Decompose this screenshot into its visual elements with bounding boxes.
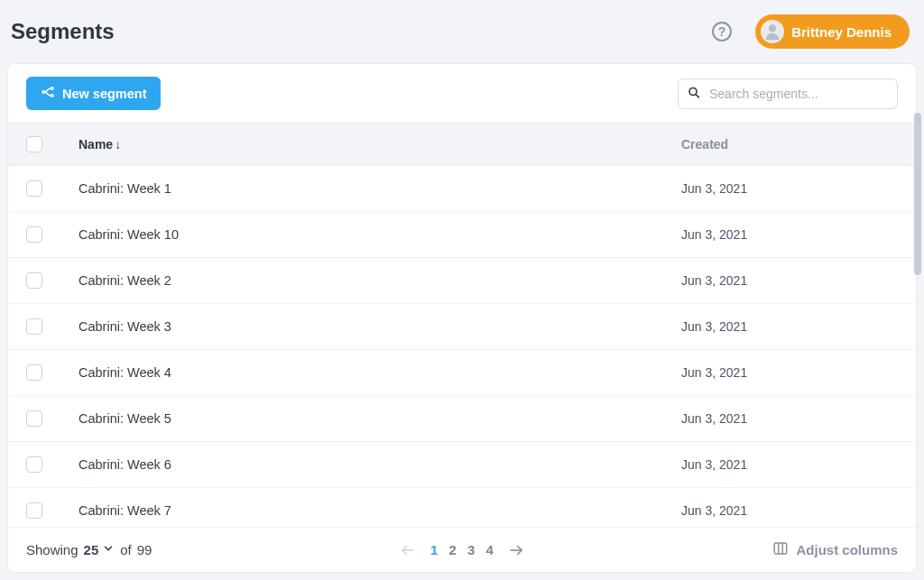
chevron-down-icon [102, 542, 115, 557]
row-created: Jun 3, 2021 [681, 457, 898, 472]
row-checkbox[interactable] [26, 456, 42, 473]
row-name: Cabrini: Week 1 [79, 181, 681, 196]
next-page-button[interactable] [508, 542, 524, 558]
table-row[interactable]: Cabrini: Week 7Jun 3, 2021 [8, 488, 916, 527]
table-row[interactable]: Cabrini: Week 6Jun 3, 2021 [8, 442, 916, 488]
adjust-columns-label: Adjust columns [796, 542, 898, 557]
total-count: 99 [137, 542, 152, 557]
row-check-cell [26, 226, 79, 243]
row-created: Jun 3, 2021 [681, 227, 898, 242]
table-header: Name↓ Created [8, 123, 916, 166]
help-icon[interactable]: ? [712, 22, 732, 41]
page-size-select[interactable]: 25 [84, 542, 116, 557]
column-header-created[interactable]: Created [681, 137, 898, 152]
row-checkbox[interactable] [26, 410, 42, 427]
topbar-right: ? Brittney Dennis [712, 14, 910, 49]
user-name: Brittney Dennis [791, 24, 892, 40]
row-checkbox[interactable] [26, 226, 42, 243]
row-check-cell [26, 502, 79, 519]
page-link-4[interactable]: 4 [483, 540, 497, 559]
row-created: Jun 3, 2021 [681, 319, 898, 334]
user-menu[interactable]: Brittney Dennis [755, 14, 910, 49]
table-row[interactable]: Cabrini: Week 4Jun 3, 2021 [8, 350, 916, 396]
panel-toolbar: New segment [8, 64, 916, 123]
row-name: Cabrini: Week 4 [79, 365, 681, 380]
avatar [761, 20, 784, 43]
table-body: Cabrini: Week 1Jun 3, 2021Cabrini: Week … [8, 166, 916, 527]
table-row[interactable]: Cabrini: Week 1Jun 3, 2021 [8, 166, 916, 212]
select-all-checkbox[interactable] [26, 136, 42, 152]
row-created: Jun 3, 2021 [681, 273, 898, 288]
row-checkbox[interactable] [26, 272, 42, 289]
footer-left: Showing 25 of 99 [26, 542, 152, 557]
column-header-name[interactable]: Name↓ [79, 137, 681, 152]
row-name: Cabrini: Week 7 [79, 503, 681, 518]
page-title: Segments [11, 19, 115, 44]
row-created: Jun 3, 2021 [681, 181, 898, 196]
of-label: of [120, 542, 132, 557]
row-created: Jun 3, 2021 [681, 503, 898, 518]
row-check-cell [26, 180, 79, 197]
row-name: Cabrini: Week 3 [79, 319, 681, 334]
columns-icon [772, 540, 789, 559]
svg-point-0 [769, 24, 776, 32]
row-check-cell [26, 456, 79, 473]
search-wrap [678, 78, 898, 109]
segments-panel: New segment Name↓ Created Cabrini: Week … [7, 63, 917, 573]
row-name: Cabrini: Week 5 [79, 411, 681, 426]
table-row[interactable]: Cabrini: Week 2Jun 3, 2021 [8, 258, 916, 304]
row-name: Cabrini: Week 2 [79, 273, 681, 288]
row-check-cell [26, 364, 79, 381]
sort-desc-icon: ↓ [115, 137, 121, 152]
row-check-cell [26, 318, 79, 335]
showing-label: Showing [26, 542, 79, 557]
table-row[interactable]: Cabrini: Week 3Jun 3, 2021 [8, 304, 916, 350]
new-segment-label: New segment [62, 87, 146, 101]
select-all-cell [26, 136, 79, 152]
prev-page-button[interactable] [400, 542, 416, 558]
row-checkbox[interactable] [26, 318, 42, 335]
scrollbar[interactable] [914, 113, 921, 275]
new-segment-button[interactable]: New segment [26, 77, 161, 110]
table-footer: Showing 25 of 99 1 2 3 4 [8, 527, 916, 572]
row-check-cell [26, 272, 79, 289]
row-checkbox[interactable] [26, 180, 42, 197]
table-row[interactable]: Cabrini: Week 5Jun 3, 2021 [8, 396, 916, 442]
row-name: Cabrini: Week 6 [79, 457, 681, 472]
page-link-3[interactable]: 3 [464, 540, 478, 559]
adjust-columns-button[interactable]: Adjust columns [772, 540, 898, 559]
row-check-cell [26, 410, 79, 427]
row-checkbox[interactable] [26, 364, 42, 381]
row-checkbox[interactable] [26, 502, 42, 519]
row-created: Jun 3, 2021 [681, 365, 898, 380]
row-name: Cabrini: Week 10 [79, 227, 681, 242]
row-created: Jun 3, 2021 [681, 411, 898, 426]
search-input[interactable] [678, 78, 898, 109]
page-link-1[interactable]: 1 [427, 540, 441, 559]
branch-icon [41, 85, 55, 102]
topbar: Segments ? Brittney Dennis [7, 13, 917, 63]
table-row[interactable]: Cabrini: Week 10Jun 3, 2021 [8, 212, 916, 258]
page-link-2[interactable]: 2 [446, 540, 460, 559]
svg-rect-8 [775, 543, 788, 554]
pagination: 1 2 3 4 [400, 542, 524, 558]
